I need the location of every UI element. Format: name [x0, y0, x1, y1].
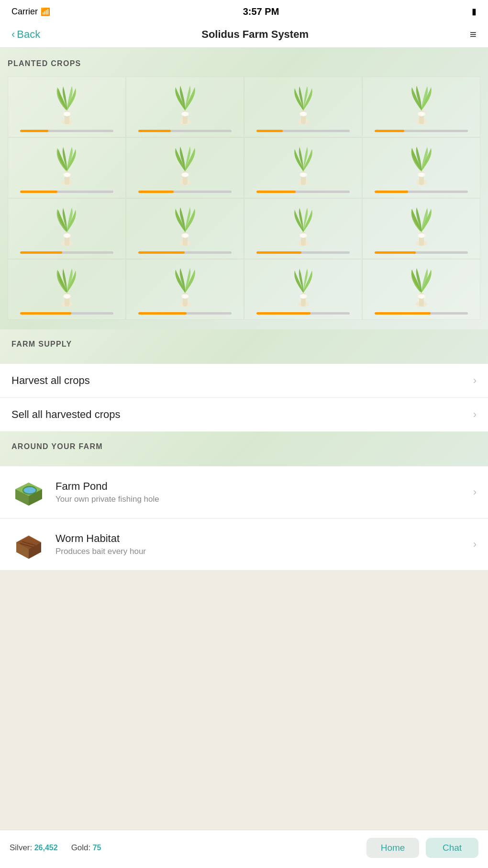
- bottom-buttons: Home Chat: [366, 838, 478, 858]
- svg-point-11: [300, 112, 306, 116]
- crop-cell-1[interactable]: [8, 77, 126, 137]
- gold-display: Gold: 75: [71, 843, 101, 853]
- crop-image-15: [282, 265, 325, 308]
- crop-progress-3: [256, 130, 350, 132]
- crop-image-13: [45, 265, 89, 308]
- gold-label: Gold:: [71, 843, 91, 852]
- harvest-chevron-icon: ›: [473, 374, 477, 387]
- svg-point-39: [182, 234, 188, 237]
- crop-cell-5[interactable]: [8, 137, 126, 198]
- crop-progress-16: [375, 312, 468, 315]
- status-bar: Carrier 📶 3:57 PM ▮: [0, 0, 488, 21]
- svg-point-15: [419, 112, 424, 116]
- back-chevron-icon: ‹: [11, 28, 15, 41]
- crop-cell-6[interactable]: [126, 137, 244, 198]
- crop-progress-11: [256, 251, 350, 254]
- crop-image-11: [282, 204, 325, 248]
- svg-point-51: [64, 294, 70, 298]
- farm-pond-chevron-icon: ›: [473, 486, 477, 498]
- crop-cell-12[interactable]: [362, 198, 480, 259]
- crop-image-7: [282, 144, 325, 187]
- crop-progress-7: [256, 191, 350, 193]
- svg-point-7: [182, 112, 188, 116]
- crop-image-9: [45, 204, 89, 248]
- planted-crops-section: PLANTED CROPS: [0, 48, 488, 329]
- worm-habitat-icon: [11, 527, 46, 562]
- crop-progress-8: [375, 191, 468, 193]
- crop-progress-10: [138, 251, 232, 254]
- crop-progress-1: [20, 130, 113, 132]
- sell-all-crops-item[interactable]: Sell all harvested crops ›: [0, 398, 488, 432]
- crop-image-12: [400, 204, 443, 248]
- farm-pond-title: Farm Pond: [55, 480, 464, 493]
- svg-point-67: [24, 487, 35, 493]
- crop-cell-9[interactable]: [8, 198, 126, 259]
- svg-point-63: [419, 294, 424, 298]
- crop-image-6: [164, 144, 207, 187]
- crop-cell-16[interactable]: [362, 259, 480, 320]
- worm-habitat-text: Worm Habitat Produces bait every hour: [55, 532, 464, 556]
- crop-cell-10[interactable]: [126, 198, 244, 259]
- crop-image-2: [164, 83, 207, 126]
- svg-point-19: [64, 173, 70, 177]
- crop-image-10: [164, 204, 207, 248]
- farm-pond-text: Farm Pond Your own private fishing hole: [55, 480, 464, 504]
- crop-cell-13[interactable]: [8, 259, 126, 320]
- crops-grid: [8, 77, 480, 320]
- crop-progress-2: [138, 130, 232, 132]
- crop-progress-5: [20, 191, 113, 193]
- svg-point-35: [64, 234, 70, 237]
- crop-cell-7[interactable]: [244, 137, 362, 198]
- home-button[interactable]: Home: [366, 838, 419, 858]
- crop-cell-4[interactable]: [362, 77, 480, 137]
- crop-image-5: [45, 144, 89, 187]
- crop-cell-8[interactable]: [362, 137, 480, 198]
- crop-progress-6: [138, 191, 232, 193]
- svg-point-31: [419, 173, 424, 177]
- crop-image-4: [400, 83, 443, 126]
- status-time: 3:57 PM: [243, 6, 279, 17]
- gold-value: 75: [93, 844, 101, 852]
- currency-display: Silver: 26,452 Gold: 75: [10, 843, 359, 853]
- harvest-all-crops-item[interactable]: Harvest all crops ›: [0, 364, 488, 398]
- farm-pond-icon: [11, 475, 46, 509]
- menu-icon[interactable]: ≡: [470, 28, 477, 41]
- harvest-all-crops-label: Harvest all crops: [11, 374, 90, 387]
- worm-habitat-subtitle: Produces bait every hour: [55, 547, 464, 556]
- crop-cell-15[interactable]: [244, 259, 362, 320]
- svg-point-23: [182, 173, 188, 177]
- battery-icon: ▮: [472, 6, 477, 17]
- page-title: Solidus Farm System: [201, 28, 309, 41]
- worm-habitat-item[interactable]: Worm Habitat Produces bait every hour ›: [0, 519, 488, 571]
- crop-progress-15: [256, 312, 350, 315]
- crop-image-3: [282, 83, 325, 126]
- svg-point-55: [182, 294, 188, 298]
- crop-progress-13: [20, 312, 113, 315]
- crop-progress-14: [138, 312, 232, 315]
- around-farm-header: AROUND YOUR FARM: [0, 432, 488, 466]
- crop-cell-11[interactable]: [244, 198, 362, 259]
- crop-cell-14[interactable]: [126, 259, 244, 320]
- crop-image-14: [164, 265, 207, 308]
- back-button[interactable]: ‹ Back: [11, 28, 40, 41]
- svg-point-3: [64, 112, 70, 116]
- worm-habitat-title: Worm Habitat: [55, 532, 464, 545]
- silver-label: Silver:: [10, 843, 32, 852]
- crop-cell-3[interactable]: [244, 77, 362, 137]
- bottom-bar: Silver: 26,452 Gold: 75 Home Chat: [0, 830, 488, 868]
- farm-supply-label: FARM SUPPLY: [11, 340, 477, 349]
- svg-point-43: [300, 234, 306, 237]
- silver-value: 26,452: [34, 844, 58, 852]
- crop-image-8: [400, 144, 443, 187]
- worm-habitat-chevron-icon: ›: [473, 538, 477, 551]
- crop-cell-2[interactable]: [126, 77, 244, 137]
- svg-point-27: [300, 173, 306, 177]
- planted-crops-label: PLANTED CROPS: [8, 59, 480, 68]
- around-farm-label: AROUND YOUR FARM: [11, 442, 477, 451]
- wifi-icon: 📶: [41, 7, 50, 16]
- back-label: Back: [17, 28, 40, 41]
- crop-image-1: [45, 83, 89, 126]
- svg-point-47: [419, 234, 424, 237]
- farm-pond-item[interactable]: Farm Pond Your own private fishing hole …: [0, 466, 488, 519]
- chat-button[interactable]: Chat: [426, 838, 478, 858]
